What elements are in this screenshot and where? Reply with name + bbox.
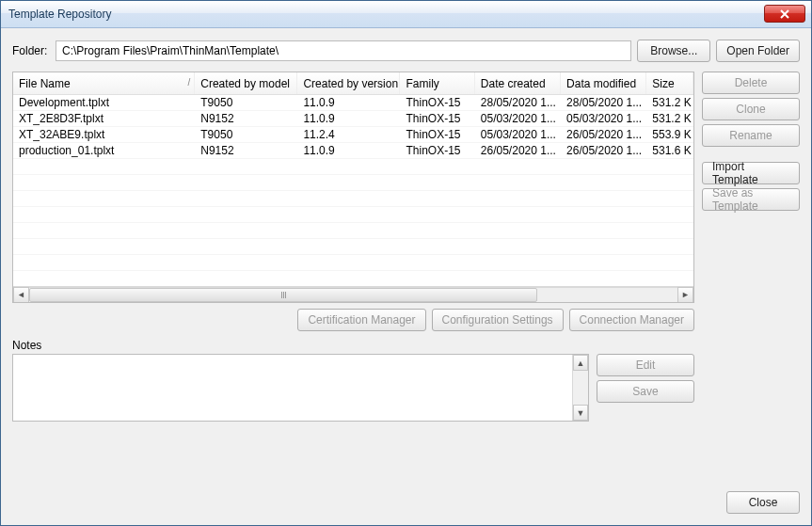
template-table: File Name/ Created by model Created by v…	[12, 72, 694, 303]
footer: Close	[1, 484, 811, 525]
table-row	[13, 223, 693, 239]
table-row	[13, 191, 693, 207]
col-size[interactable]: Size	[646, 72, 693, 94]
table-row[interactable]: production_01.tplxt N9152 11.0.9 ThinOX-…	[13, 143, 693, 159]
sort-asc-icon: /	[188, 77, 191, 88]
table-row[interactable]: XT_32ABE9.tplxt T9050 11.2.4 ThinOX-15 0…	[13, 127, 693, 143]
table-row[interactable]: XT_2E8D3F.tplxt N9152 11.0.9 ThinOX-15 0…	[13, 111, 693, 127]
conn-manager-button[interactable]: Connection Manager	[569, 309, 694, 331]
close-button[interactable]: Close	[726, 491, 800, 514]
notes-label: Notes	[12, 339, 694, 352]
cert-manager-button[interactable]: Certification Manager	[297, 309, 425, 331]
col-modified[interactable]: Data modified	[561, 72, 646, 94]
table-body: Development.tplxt T9050 11.0.9 ThinOX-15…	[13, 95, 693, 286]
table-header: File Name/ Created by model Created by v…	[13, 72, 693, 95]
notes-textarea[interactable]: ▲ ▼	[12, 354, 589, 422]
config-settings-button[interactable]: Configuration Settings	[432, 309, 564, 331]
table-row	[13, 175, 693, 191]
open-folder-button[interactable]: Open Folder	[716, 40, 800, 62]
col-version[interactable]: Created by version	[297, 72, 400, 94]
close-icon[interactable]	[764, 5, 805, 23]
folder-row: Folder: C:\Program Files\Praim\ThinMan\T…	[12, 40, 800, 62]
content: Folder: C:\Program Files\Praim\ThinMan\T…	[1, 28, 811, 484]
scroll-track[interactable]	[29, 287, 677, 303]
scroll-up-icon[interactable]: ▲	[573, 355, 588, 371]
window-title: Template Repository	[8, 8, 111, 21]
action-row: Certification Manager Configuration Sett…	[12, 309, 694, 331]
edit-button[interactable]: Edit	[597, 354, 694, 376]
table-row	[13, 255, 693, 271]
scroll-down-icon[interactable]: ▼	[573, 405, 588, 421]
scroll-thumb[interactable]	[29, 288, 537, 302]
scroll-left-icon[interactable]: ◄	[13, 287, 29, 303]
table-row	[13, 271, 693, 286]
horizontal-scrollbar[interactable]: ◄ ►	[13, 286, 693, 302]
rename-button[interactable]: Rename	[702, 124, 800, 147]
folder-path-text: C:\Program Files\Praim\ThinMan\Template\	[62, 44, 279, 57]
delete-button[interactable]: Delete	[702, 72, 800, 94]
table-row[interactable]: Development.tplxt T9050 11.0.9 ThinOX-15…	[13, 95, 693, 111]
save-as-template-button[interactable]: Save as Template	[702, 188, 800, 211]
sidebar: Delete Clone Rename Import Template Save…	[702, 72, 800, 472]
table-row	[13, 159, 693, 175]
scroll-right-icon[interactable]: ►	[677, 287, 693, 303]
browse-button[interactable]: Browse...	[637, 40, 710, 62]
table-row	[13, 207, 693, 223]
folder-label: Folder:	[12, 44, 50, 57]
col-created[interactable]: Date created	[475, 72, 561, 94]
table-row	[13, 239, 693, 255]
save-button[interactable]: Save	[597, 380, 694, 403]
import-template-button[interactable]: Import Template	[702, 162, 800, 184]
col-model[interactable]: Created by model	[195, 72, 297, 94]
folder-path-input[interactable]: C:\Program Files\Praim\ThinMan\Template\	[56, 40, 631, 61]
window: Template Repository Folder: C:\Program F…	[0, 0, 812, 526]
col-family[interactable]: Family	[400, 72, 474, 94]
clone-button[interactable]: Clone	[702, 98, 800, 120]
notes-scrollbar[interactable]: ▲ ▼	[572, 355, 588, 421]
col-file[interactable]: File Name/	[13, 72, 195, 94]
titlebar: Template Repository	[1, 1, 811, 28]
